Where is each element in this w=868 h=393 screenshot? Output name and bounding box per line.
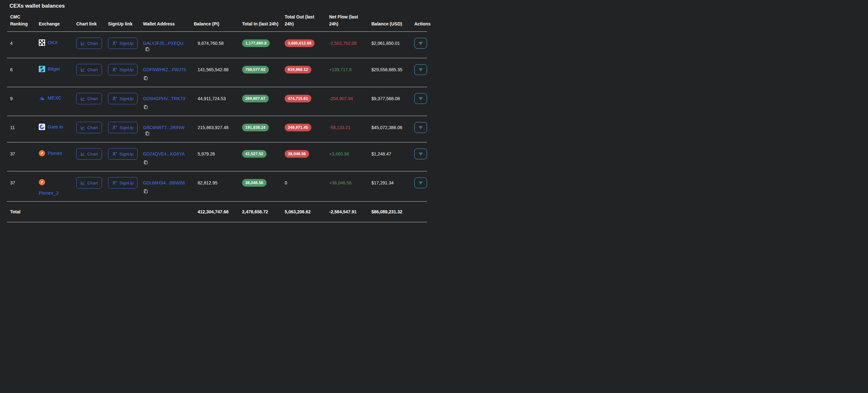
person-plus-icon <box>112 125 117 130</box>
row-actions-button[interactable] <box>414 122 427 133</box>
cmc-ranking-value: 9 <box>7 87 36 116</box>
balance-pi-value: 5,979.26 <box>191 142 239 171</box>
wallet-address-link[interactable]: GDL66HS4...BBWB6 <box>143 180 185 186</box>
chart-button[interactable]: Chart <box>76 122 102 133</box>
balance-usd-value: $9,377,568.08 <box>368 87 411 116</box>
balance-pi-value: 9,874,760.58 <box>191 32 239 58</box>
col-header-chart-link: Chart link <box>73 13 105 32</box>
col-header-balance-pi: Balance (Pi) <box>191 13 239 32</box>
exchange-link-mexc[interactable]: MEXC <box>39 95 61 101</box>
page-title: CEXs wallet balances <box>9 3 427 9</box>
col-header-exchange: Exchange <box>36 13 73 32</box>
balance-usd-value: $29,558,885.35 <box>368 58 411 87</box>
table-header-row: CMC Ranking Exchange Chart link SignUp l… <box>7 13 427 32</box>
cmc-ranking-value: 6 <box>7 58 36 87</box>
person-plus-icon <box>112 41 117 46</box>
total-out-badge: 474,715.61 <box>285 95 311 103</box>
total-row: Total 412,304,747.68 2,478,658.72 5,063,… <box>7 202 427 222</box>
signup-button[interactable]: SignUp <box>108 122 137 133</box>
line-chart-icon <box>81 180 85 186</box>
balance-usd-value: $17,291.34 <box>368 171 411 202</box>
line-chart-icon <box>81 67 85 72</box>
chart-button[interactable]: Chart <box>76 93 102 104</box>
total-out-badge: 3,680,612.88 <box>285 39 314 47</box>
exchange-link-pionex[interactable]: Pionex <box>39 150 62 157</box>
wallet-address-cell: GBC6NRTT...2RINW <box>140 116 191 142</box>
table-row: 37 Pionex Chart SignUp GD24QVE4...KG6YA … <box>7 142 427 171</box>
total-out-value: 0 <box>281 171 326 202</box>
pionex-logo-icon <box>39 179 45 186</box>
cex-wallet-balances-panel: CEXs wallet balances CMC Ranking Exchang… <box>0 0 434 229</box>
table-row: 9 MEXC Chart SignUp GD5HGPHV...TRK73 44,… <box>7 87 427 116</box>
total-net-flow: -2,584,547.91 <box>326 202 368 222</box>
exchange-link-pionex-2[interactable]: Pionex_2 <box>39 179 71 196</box>
signup-button[interactable]: SignUp <box>108 37 137 49</box>
cmc-ranking-value: 37 <box>7 142 36 171</box>
filter-icon <box>418 180 423 186</box>
wallet-address-link[interactable]: GDFNWH6Z...FWJ75 <box>143 67 186 72</box>
row-actions-button[interactable] <box>414 93 427 104</box>
signup-button[interactable]: SignUp <box>108 148 137 160</box>
signup-button[interactable]: SignUp <box>108 64 137 75</box>
col-header-total-out: Total Out (last 24h) <box>281 13 326 32</box>
row-actions-button[interactable] <box>414 38 427 49</box>
cmc-ranking-value: 11 <box>7 116 36 142</box>
total-out-badge: 38,046.56 <box>285 150 309 158</box>
chart-button[interactable]: Chart <box>76 37 102 49</box>
person-plus-icon <box>112 151 117 157</box>
total-balance-usd: $86,089,231.32 <box>368 202 411 222</box>
chart-button[interactable]: Chart <box>76 64 102 75</box>
row-actions-button[interactable] <box>414 148 427 159</box>
copy-icon[interactable] <box>143 189 148 195</box>
exchange-link-gateio[interactable]: Gate.io <box>39 124 63 130</box>
copy-icon[interactable] <box>145 131 150 137</box>
row-actions-button[interactable] <box>414 177 427 188</box>
filter-icon <box>418 41 423 46</box>
filter-icon <box>418 125 423 130</box>
total-in-badge: 41,527.52 <box>242 150 267 158</box>
table-row: 11 Gate.io Chart SignUp GBC6NRTT...2RINW… <box>7 116 427 142</box>
col-header-cmc-ranking: CMC Ranking <box>7 13 36 32</box>
exchange-link-okx[interactable]: OKX <box>39 39 58 46</box>
line-chart-icon <box>81 152 85 157</box>
total-label: Total <box>7 202 36 222</box>
balance-usd-value: $45,072,388.06 <box>368 116 411 142</box>
person-plus-icon <box>112 67 117 72</box>
copy-icon[interactable] <box>143 105 148 111</box>
bitget-logo-icon <box>39 66 45 72</box>
signup-button[interactable]: SignUp <box>108 93 137 104</box>
wallet-address-cell: GD5HGPHV...TRK73 <box>140 87 191 116</box>
total-out-badge: 249,971.45 <box>285 124 311 131</box>
copy-icon[interactable] <box>143 160 148 166</box>
total-out-sum: 5,063,206.62 <box>281 202 326 222</box>
copy-icon[interactable] <box>145 47 150 53</box>
total-balance-pi: 412,304,747.68 <box>191 202 239 222</box>
balance-usd-value: $2,061,850.01 <box>368 32 411 58</box>
exchange-link-bitget[interactable]: Bitget <box>39 66 60 72</box>
total-in-badge: 1,177,860.8 <box>242 39 270 47</box>
balance-usd-value: $1,248.47 <box>368 142 411 171</box>
okx-logo-icon <box>39 39 45 46</box>
table-row: 37 Pionex_2 Chart SignUp GDL66HS4...BBWB… <box>7 171 427 202</box>
line-chart-icon <box>81 41 85 46</box>
col-header-actions: Actions <box>411 13 427 32</box>
chart-button[interactable]: Chart <box>76 148 102 160</box>
net-flow-value: +38,046.56 <box>326 171 368 202</box>
copy-icon[interactable] <box>143 76 148 82</box>
total-in-badge: 269,807.67 <box>242 95 269 103</box>
gateio-logo-icon <box>39 124 45 130</box>
wallet-address-link[interactable]: GBC6NRTT...2RINW <box>143 125 184 130</box>
signup-button[interactable]: SignUp <box>108 177 137 189</box>
total-in-badge: 38,046.56 <box>242 179 267 187</box>
wallet-address-cell: GD24QVE4...KG6YA <box>140 142 191 171</box>
net-flow-value: +3,480.96 <box>326 142 368 171</box>
cmc-ranking-value: 4 <box>7 32 36 58</box>
wallet-address-link[interactable]: GD24QVE4...KG6YA <box>143 151 185 157</box>
wallet-address-link[interactable]: GALYJFJ5...PXEQU <box>143 41 183 46</box>
filter-icon <box>418 67 423 72</box>
col-header-total-in: Total In (last 24h) <box>239 13 281 32</box>
row-actions-button[interactable] <box>414 64 427 75</box>
chart-button[interactable]: Chart <box>76 177 102 189</box>
wallet-address-link[interactable]: GD5HGPHV...TRK73 <box>143 96 185 101</box>
wallet-address-cell: GALYJFJ5...PXEQU <box>140 32 191 58</box>
